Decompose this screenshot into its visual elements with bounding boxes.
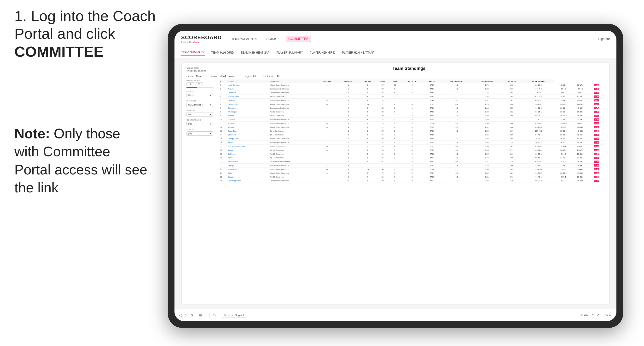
cell-school[interactable]: Vanderbilt: [227, 91, 269, 95]
sub-nav-team-h2h-grid[interactable]: TEAM H2H GRID: [212, 50, 234, 55]
cell-data: 8: [359, 95, 376, 99]
toolbar-expand-icon[interactable]: ⤢: [596, 313, 600, 317]
cell-data: 3: [338, 99, 359, 102]
cell-school[interactable]: North Carolina: [227, 83, 269, 87]
cell-school[interactable]: Oklahoma: [227, 133, 269, 137]
cell-data: 278.7: [423, 160, 441, 164]
filter-rounds-min[interactable]: 4: [186, 82, 194, 86]
cell-data: 8: [359, 152, 376, 156]
cell-data: 1: [389, 171, 401, 175]
cell-school[interactable]: Texas Tech: [227, 129, 269, 133]
table-row: 23Texas A&MSoutheastern Conference—91030…: [220, 168, 604, 171]
nav-tournaments[interactable]: TOURNAMENTS: [231, 36, 257, 42]
cell-school[interactable]: Florida State: [227, 102, 269, 106]
cell-school[interactable]: Florida: [227, 141, 269, 145]
cell-school[interactable]: East Tennessee State: [227, 145, 269, 148]
cell-school[interactable]: Arkansas: [227, 122, 269, 125]
cell-data: 29-15-1: [572, 99, 589, 102]
cell-data: 21: [376, 175, 389, 179]
cell-data: 1.90: [472, 122, 502, 125]
cell-data: —: [317, 129, 338, 133]
filter-left-conference-select[interactable]: (All) ▾: [186, 122, 213, 126]
share-button[interactable]: ↑ Share: [602, 314, 612, 317]
cell-data: 63-17-0: [572, 83, 589, 87]
note-text: Note: Only those with Committee Portal a…: [14, 124, 148, 197]
rounds-slider[interactable]: [186, 87, 213, 88]
cell-data: 2: [401, 137, 423, 141]
cell-data: -2.9: [441, 141, 472, 145]
chevron-down-icon3: ▾: [210, 113, 211, 116]
cell-conference: Southeastern Conference: [269, 179, 317, 183]
cell-data: 1.44: [472, 156, 502, 160]
toolbar-refresh-icon[interactable]: ↻: [190, 313, 193, 317]
cell-vs-top50: 82.98: [589, 171, 605, 175]
nav-committee[interactable]: COMMITTEE: [286, 36, 311, 42]
cell-data: 278.1: [423, 145, 441, 148]
cell-school[interactable]: Auburn: [227, 87, 269, 91]
cell-data: 7: [389, 160, 401, 164]
cell-data: 81: [376, 160, 389, 164]
cell-data: 2.11: [472, 106, 502, 110]
table-row: 24DukeAtlantic Coast Conference—59271427…: [220, 171, 604, 175]
watch-button[interactable]: 👁 Watch ▾: [580, 314, 594, 317]
cell-data: 97-41-1: [522, 133, 555, 137]
cell-data: 15-32-2: [555, 129, 572, 133]
cell-data: 1: [389, 114, 401, 118]
cell-data: 2: [338, 91, 359, 95]
cell-school[interactable]: Georgia: [227, 164, 269, 168]
cell-school[interactable]: Arizona State: [227, 95, 269, 99]
cell-school[interactable]: California: [227, 152, 269, 156]
filter-left-region-select[interactable]: N/A ▾: [186, 112, 213, 117]
cell-data: 260: [502, 152, 522, 156]
toolbar-home-icon[interactable]: ⊞: [199, 313, 202, 317]
sub-nav-team-h2h-heatmap[interactable]: TEAM H2H HEATMAP: [241, 50, 270, 55]
filter-left-school-select[interactable]: (All) ▾: [186, 131, 213, 136]
cell-vs-top50: 80.98: [589, 95, 605, 99]
cell-school[interactable]: Virginia: [227, 125, 269, 129]
sub-nav-player-h2h-heatmap[interactable]: PLAYER H2H HEATMAP: [342, 50, 374, 55]
cell-school[interactable]: Washington: [227, 110, 269, 114]
cell-school[interactable]: Duke: [227, 171, 269, 175]
cell-data: 3: [401, 129, 423, 133]
toolbar-forward-icon[interactable]: ▷: [185, 313, 188, 317]
filter-left-division-select[interactable]: NCAA Division I ▾: [186, 103, 213, 107]
cell-school[interactable]: Texas: [227, 156, 269, 160]
cell-school[interactable]: Arizona: [227, 114, 269, 118]
toolbar-share2-icon[interactable]: ↑: [205, 313, 206, 317]
cell-school[interactable]: Ole Miss: [227, 99, 269, 102]
table-row: 21New MexicoMountain West Conference—198…: [220, 160, 604, 164]
cell-school[interactable]: Mississippi State: [227, 179, 269, 183]
cell-data: 8: [359, 125, 376, 129]
cell-data: 2.77: [472, 91, 502, 95]
cell-data: 91-6-0: [522, 91, 555, 95]
cell-school[interactable]: New Mexico: [227, 160, 269, 164]
cell-rank: 2: [220, 87, 227, 91]
cell-school[interactable]: Illinois: [227, 148, 269, 152]
filter-rounds-max[interactable]: 30: [195, 82, 203, 86]
cell-school[interactable]: Oregon: [227, 175, 269, 179]
cell-data: 3: [401, 164, 423, 168]
sub-nav-team-summary[interactable]: TEAM SUMMARY: [181, 50, 205, 55]
cell-data: 100-27-1: [522, 95, 555, 99]
cell-data: —: [317, 175, 338, 179]
cell-data: 7: [401, 156, 423, 160]
cell-school[interactable]: Georgia Tech: [227, 137, 269, 141]
filter-left-conference-value: (All): [188, 123, 192, 125]
vs-top50-badge: 79.7: [594, 99, 599, 101]
sub-nav-player-summary[interactable]: PLAYER SUMMARY: [276, 50, 303, 55]
toolbar-clock-icon[interactable]: ⏱: [212, 313, 216, 317]
cell-vs-top50: 85.24: [589, 148, 605, 152]
nav-teams[interactable]: TEAMS: [266, 36, 277, 42]
view-original-button[interactable]: 👁 View: Original: [222, 313, 246, 318]
cell-data: 268: [502, 114, 522, 118]
sub-nav-player-h2h-grid[interactable]: PLAYER H2H GRID: [310, 50, 335, 55]
cell-school[interactable]: Texas A&M: [227, 168, 269, 171]
cell-data: -3.5: [441, 118, 472, 122]
table-body: 1North CarolinaAtlantic Coast Conference…: [220, 83, 604, 183]
cell-school[interactable]: Tennessee: [227, 106, 269, 110]
toolbar-back-icon[interactable]: ◁: [179, 313, 182, 317]
filter-left-gender-select[interactable]: Men's ▾: [186, 93, 213, 97]
cell-data: 267: [502, 129, 522, 133]
sign-out-button[interactable]: Sign out: [598, 37, 610, 41]
cell-school[interactable]: Alabama: [227, 118, 269, 122]
